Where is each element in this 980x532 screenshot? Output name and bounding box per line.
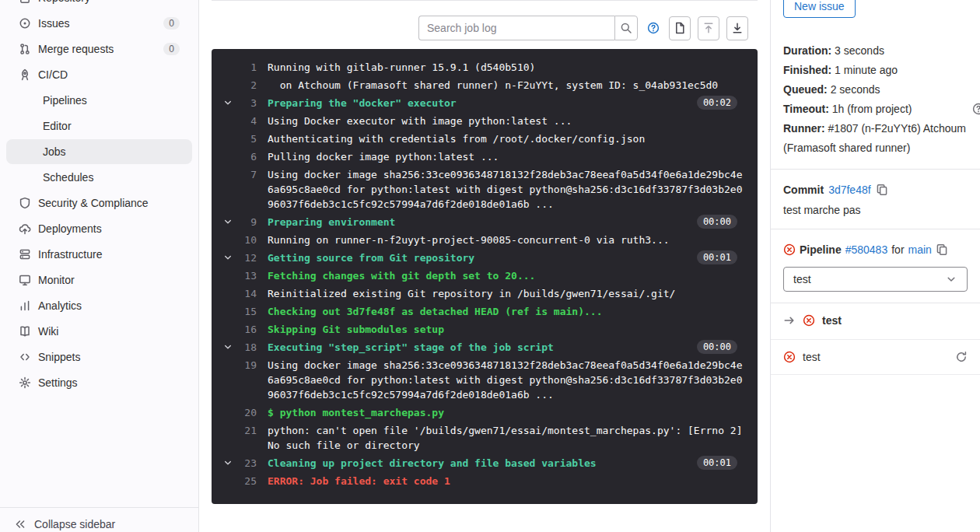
log-line: 16Skipping Git submodules setup [212,322,758,337]
commit-label: Commit [783,180,824,199]
log-line: 1Running with gitlab-runner 15.9.1 (d540… [212,60,758,75]
log-line-number[interactable]: 15 [236,304,257,319]
deployments-icon [19,222,31,235]
arrow-right-icon [783,314,796,327]
log-line-number[interactable]: 10 [236,233,257,247]
scroll-to-bottom-button[interactable] [726,16,748,40]
sidebar-item-infrastructure[interactable]: Infrastructure [6,242,192,267]
log-section-header[interactable]: 18Executing "step_script" stage of the j… [212,340,758,355]
log-line: 2 on Atchoum (Framasoft shared runner) n… [212,78,758,93]
job-detail-fields: Duration: 3 secondsFinished: 1 minute ag… [783,41,968,158]
stage-name: test [822,314,842,327]
search-button[interactable] [614,16,638,40]
section-duration-badge: 00:01 [697,250,737,264]
copy-icon [876,184,888,196]
pipeline-for-text: for [891,240,904,259]
detail-field-value: 1 minute ago [831,64,898,76]
log-line-number[interactable]: 23 [236,456,257,471]
job-log-help-button[interactable] [645,19,662,37]
sidebar-item-label: Infrastructure [38,248,102,261]
stage-failed-status-icon [803,314,815,327]
pipeline-id-link[interactable]: #580483 [845,240,888,259]
sidebar-item-deployments[interactable]: Deployments [6,216,192,241]
log-line-text: Using docker image sha256:33ce0936348718… [257,167,758,212]
sidebar-item-repository[interactable]: Repository [6,0,192,10]
log-section-header[interactable]: 23Cleaning up project directory and file… [212,456,758,471]
question-icon[interactable] [972,103,980,115]
chevron-spacer [222,322,236,324]
sidebar-item-security-compliance[interactable]: Security & Compliance [6,191,192,215]
log-line: 19Using docker image sha256:33ce09363487… [212,358,758,402]
detail-field-label: Timeout: [783,103,829,115]
collapse-sidebar-button[interactable]: Collapse sidebar [0,507,198,532]
sidebar-item-monitor[interactable]: Monitor [6,268,192,292]
sidebar-item-label: CI/CD [38,68,68,81]
stage-select[interactable]: test [783,267,968,292]
log-line-number[interactable]: 13 [236,268,257,283]
detail-field: Timeout: 1h (from project) [783,100,968,119]
pipeline-label: Pipeline [800,240,842,259]
sidebar-item-settings[interactable]: Settings [6,370,192,395]
new-issue-button[interactable]: New issue [783,0,856,18]
chevron-spacer [222,78,236,79]
log-line-number[interactable]: 16 [236,322,257,337]
scroll-to-top-button[interactable] [698,16,719,40]
copy-pipeline-button[interactable] [936,243,948,256]
log-line-number[interactable]: 6 [236,149,257,164]
log-section-header[interactable]: 12Getting source from Git repository00:0… [212,250,758,265]
stage-select-value: test [793,273,811,285]
log-line-number[interactable]: 2 [236,78,257,93]
sidebar-item-pipelines[interactable]: Pipelines [6,88,192,113]
sidebar-item-schedules[interactable]: Schedules [6,165,192,190]
sidebar-item-jobs[interactable]: Jobs [6,139,192,164]
commit-sha-link[interactable]: 3d7fe48f [828,180,871,199]
copy-commit-sha-button[interactable] [876,184,888,196]
sidebar-item-label: Settings [38,376,78,389]
sidebar-item-editor[interactable]: Editor [6,114,192,138]
sidebar-nav: RepositoryIssues0Merge requests0CI/CDPip… [0,0,198,395]
sidebar-item-analytics[interactable]: Analytics [6,293,192,318]
log-line-number[interactable]: 9 [236,215,257,229]
section-duration-badge: 00:00 [697,340,737,354]
log-line-text: python: can't open file '/builds/gwen71/… [257,423,758,453]
section-duration-badge: 00:01 [697,456,737,470]
sidebar-item-ci-cd[interactable]: CI/CD [6,62,192,87]
log-line-number[interactable]: 14 [236,286,257,301]
log-line-number[interactable]: 4 [236,114,257,128]
sidebar-item-merge-requests[interactable]: Merge requests0 [6,37,192,61]
log-line-text: Running on runner-n-f2uyyt-project-90085… [257,233,758,247]
log-section-header[interactable]: 9Preparing environment00:00 [212,215,758,229]
sidebar-item-label: Issues [38,17,69,30]
chevron-spacer [222,268,236,270]
job-failed-status-icon [783,351,796,363]
log-line-number[interactable]: 1 [236,60,257,75]
job-list-item[interactable]: test [771,339,980,375]
sidebar-item-label: Merge requests [38,43,114,55]
log-section-header[interactable]: 3Preparing the "docker" executor00:02 [212,96,758,110]
log-line-text: Pulling docker image python:latest ... [257,149,758,164]
chevron-spacer [222,474,236,475]
log-line-number[interactable]: 3 [236,96,257,110]
log-line-number[interactable]: 19 [236,358,257,373]
log-line: 14Reinitialized existing Git repository … [212,286,758,301]
log-line-number[interactable]: 20 [236,405,257,420]
show-raw-log-button[interactable] [669,16,691,40]
log-line-number[interactable]: 21 [236,423,257,438]
log-line-number[interactable]: 18 [236,340,257,355]
log-line-number[interactable]: 7 [236,167,257,182]
sidebar-item-label: Security & Compliance [38,197,149,209]
detail-field-label: Duration: [783,44,831,57]
sidebar-item-snippets[interactable]: Snippets [6,345,192,369]
sidebar-item-issues[interactable]: Issues0 [6,11,192,36]
log-line-number[interactable]: 12 [236,250,257,265]
pipeline-branch-link[interactable]: main [908,240,932,259]
log-line-text: Preparing the "docker" executor [257,96,691,110]
retry-icon [955,351,968,363]
chevron-spacer [222,423,236,425]
retry-job-button[interactable] [955,351,968,363]
log-line-number[interactable]: 5 [236,131,257,146]
log-line-text: Using docker image sha256:33ce0936348718… [257,358,758,402]
sidebar-item-wiki[interactable]: Wiki [6,319,192,344]
search-input[interactable] [418,16,614,40]
log-line-number[interactable]: 25 [236,474,257,488]
